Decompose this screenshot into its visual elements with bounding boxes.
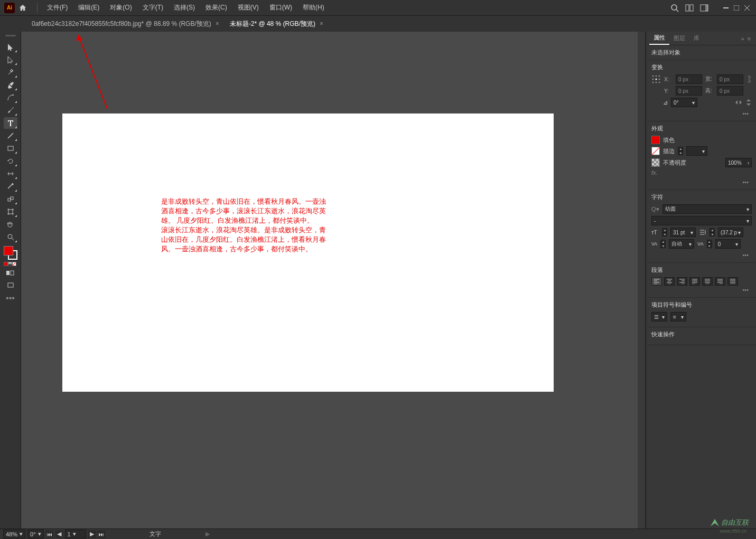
reference-point-icon[interactable] (651, 74, 661, 84)
more-options[interactable]: ••• (651, 286, 752, 294)
menu-view[interactable]: 视图(V) (232, 3, 264, 12)
align-center-button[interactable] (664, 277, 675, 286)
prev-artboard-button[interactable]: ◀ (55, 531, 63, 538)
opacity-swatch[interactable] (651, 158, 660, 167)
kerning-stepper[interactable]: ▴▾ (660, 240, 666, 248)
search-icon[interactable]: Q▾ (651, 206, 659, 213)
fill-swatch[interactable] (651, 136, 660, 144)
rectangle-tool[interactable] (4, 143, 17, 154)
edit-toolbar[interactable]: ••• (4, 292, 17, 304)
expand-icon[interactable]: ▶ (206, 531, 210, 537)
menu-type[interactable]: 文字(T) (137, 3, 169, 12)
screen-mode[interactable] (4, 280, 17, 291)
menu-help[interactable]: 帮助(H) (297, 3, 330, 12)
font-family-input[interactable]: 幼圆▾ (662, 204, 752, 214)
close-icon[interactable]: × (216, 20, 219, 27)
menu-effect[interactable]: 效果(C) (200, 3, 232, 12)
next-artboard-button[interactable]: ▶ (88, 531, 96, 538)
stroke-weight-stepper[interactable]: ▴▾ (678, 147, 683, 155)
justify-center-button[interactable] (702, 277, 713, 286)
leading-stepper[interactable]: ▴▾ (710, 228, 715, 237)
flip-v-icon[interactable] (745, 99, 752, 106)
tab-document-1[interactable]: 0af6eb24c3182e7f405855fc5fcf80b.jpg* @ 8… (26, 16, 225, 32)
pen-tool[interactable] (4, 79, 17, 91)
vertical-scrollbar[interactable] (638, 32, 645, 528)
arrange-icon[interactable] (685, 4, 694, 12)
align-left-button[interactable] (651, 277, 662, 286)
justify-all-button[interactable] (727, 277, 738, 286)
justify-left-button[interactable] (689, 277, 700, 286)
menu-edit[interactable]: 编辑(E) (73, 3, 105, 12)
line-tool[interactable] (4, 130, 17, 141)
home-icon[interactable] (19, 4, 26, 12)
y-input[interactable] (676, 86, 702, 96)
rotate-tool[interactable] (4, 155, 17, 167)
x-input[interactable] (676, 74, 702, 84)
eyedropper-tool[interactable] (4, 181, 17, 192)
blend-tool[interactable] (4, 193, 17, 205)
tab-layers[interactable]: 图层 (669, 32, 689, 44)
w-input[interactable] (717, 74, 743, 84)
bullets-button[interactable]: ☰▾ (651, 312, 667, 321)
svg-line-1 (676, 10, 678, 12)
maximize-button[interactable] (732, 4, 741, 12)
tracking-input[interactable]: 0▾ (715, 239, 741, 249)
menu-object[interactable]: 对象(O) (105, 3, 137, 12)
panel-handle[interactable] (3, 35, 18, 38)
tab-properties[interactable]: 属性 (649, 32, 669, 45)
size-stepper[interactable]: ▴▾ (662, 228, 667, 237)
tab-libraries[interactable]: 库 (689, 32, 704, 44)
last-artboard-button[interactable]: ⏭ (98, 531, 105, 538)
justify-right-button[interactable] (715, 277, 725, 286)
magic-wand-tool[interactable] (4, 67, 17, 78)
first-artboard-button[interactable]: ⏮ (46, 531, 53, 538)
more-options[interactable]: ••• (651, 178, 752, 186)
opacity-input[interactable]: 100%› (725, 158, 752, 167)
draw-mode[interactable] (4, 267, 17, 279)
zoom-tool[interactable] (4, 231, 17, 243)
stroke-swatch[interactable] (651, 147, 660, 155)
collapse-icon[interactable]: » (741, 35, 744, 42)
canvas-area[interactable]: 是非成败转头空，青山依旧在，惯看秋月春风。一壶浊酒喜相逢，古今多少事，滚滚长江东… (21, 32, 645, 528)
color-mode-swatches[interactable] (4, 262, 17, 266)
rotation-angle[interactable]: 0°▾ (27, 529, 44, 538)
workspace-icon[interactable] (700, 4, 708, 12)
align-right-button[interactable] (677, 277, 687, 286)
kerning-input[interactable]: 自动▾ (669, 239, 694, 249)
flip-h-icon[interactable] (735, 99, 742, 106)
direct-selection-tool[interactable] (4, 54, 17, 65)
fill-color[interactable] (4, 246, 13, 256)
panel-menu-icon[interactable]: ≡ (748, 35, 751, 42)
link-icon[interactable] (746, 75, 752, 83)
paintbrush-tool[interactable] (4, 105, 17, 116)
menu-window[interactable]: 窗口(W) (264, 3, 297, 12)
close-icon[interactable]: × (320, 20, 323, 27)
text-object[interactable]: 是非成败转头空，青山依旧在，惯看秋月春风。一壶浊酒喜相逢，古今多少事，滚滚长江东… (161, 197, 330, 254)
selection-tool[interactable] (4, 41, 17, 53)
stroke-weight-input[interactable]: ▾ (686, 146, 707, 156)
menu-select[interactable]: 选择(S) (169, 3, 200, 12)
minimize-button[interactable] (721, 4, 731, 12)
type-tool[interactable] (4, 117, 17, 129)
font-style-input[interactable]: -▾ (651, 216, 752, 225)
close-button[interactable] (742, 4, 752, 12)
hand-tool[interactable] (4, 219, 17, 230)
more-options[interactable]: ••• (651, 251, 752, 259)
artboard-tool[interactable] (4, 206, 17, 218)
h-input[interactable] (717, 86, 743, 96)
leading-input[interactable]: (37.2 p▾ (718, 228, 743, 237)
search-icon[interactable] (670, 4, 679, 12)
menu-file[interactable]: 文件(F) (42, 3, 73, 12)
curvature-tool[interactable] (4, 92, 17, 103)
tab-document-2[interactable]: 未标题-2* @ 48 % (RGB/预览) × (225, 16, 329, 32)
artboard-number[interactable]: 1▾ (65, 529, 86, 538)
width-tool[interactable] (4, 168, 17, 179)
tracking-stepper[interactable]: ▴▾ (707, 240, 712, 248)
font-size-input[interactable]: 31 pt▾ (670, 228, 696, 237)
color-swatch[interactable] (4, 246, 17, 260)
more-options[interactable]: ••• (651, 109, 752, 118)
numbering-button[interactable]: ≡▾ (670, 312, 686, 321)
fx-label[interactable]: fx. (651, 169, 658, 176)
zoom-level[interactable]: 48%▾ (3, 529, 25, 538)
angle-input[interactable]: 0°▾ (671, 98, 697, 107)
